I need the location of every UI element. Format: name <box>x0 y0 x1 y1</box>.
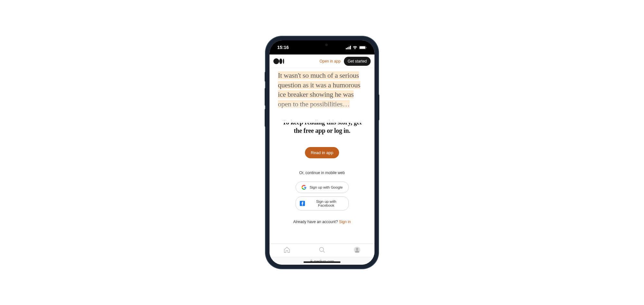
existing-account-text: Already have an account? <box>293 220 339 224</box>
svg-rect-2 <box>349 46 350 49</box>
search-icon <box>318 246 326 253</box>
svg-rect-3 <box>350 46 351 49</box>
signup-google-label: Sign up with Google <box>310 185 343 189</box>
svg-point-11 <box>319 247 324 251</box>
paywall-heading: To keep reading this story, get the free… <box>279 118 365 135</box>
bottom-tab-bar <box>270 243 374 257</box>
content-area: It wasn't so much of a serious question … <box>270 68 374 243</box>
profile-tab[interactable] <box>354 246 361 255</box>
search-tab[interactable] <box>318 246 326 255</box>
article-preview: It wasn't so much of a serious question … <box>270 68 374 112</box>
status-time: 15:16 <box>277 45 289 50</box>
signin-prompt: Already have an account? Sign in <box>279 220 365 224</box>
medium-logo-icon[interactable] <box>273 58 286 65</box>
phone-device-frame: 15:16 Open in app Get started It wasn't … <box>266 36 378 269</box>
signup-google-button[interactable]: Sign up with Google <box>296 182 349 193</box>
svg-rect-1 <box>347 47 348 49</box>
svg-rect-5 <box>360 46 365 49</box>
home-indicator[interactable] <box>304 261 341 263</box>
signup-facebook-label: Sign up with Facebook <box>308 200 345 207</box>
phone-power-button <box>378 94 379 120</box>
svg-rect-6 <box>366 47 367 48</box>
svg-point-9 <box>283 59 284 64</box>
svg-point-8 <box>279 58 282 64</box>
facebook-icon <box>300 201 305 206</box>
signin-link[interactable]: Sign in <box>339 220 351 224</box>
google-icon <box>301 185 307 190</box>
phone-mute-switch <box>265 72 266 82</box>
article-highlighted-text: It wasn't so much of a serious question … <box>278 71 366 109</box>
open-in-app-link[interactable]: Open in app <box>319 59 340 64</box>
signup-facebook-button[interactable]: Sign up with Facebook <box>296 196 349 211</box>
battery-icon <box>359 46 367 49</box>
read-in-app-button[interactable]: Read in app <box>305 147 339 158</box>
phone-volume-down <box>265 109 266 127</box>
phone-screen: 15:16 Open in app Get started It wasn't … <box>270 40 374 265</box>
phone-volume-up <box>265 88 266 106</box>
svg-rect-0 <box>346 48 347 49</box>
wifi-icon <box>353 46 357 49</box>
profile-icon <box>354 246 361 253</box>
home-tab[interactable] <box>283 246 290 255</box>
header-actions: Open in app Get started <box>319 57 371 66</box>
cellular-signal-icon <box>346 46 351 49</box>
get-started-button[interactable]: Get started <box>344 57 371 66</box>
status-icons <box>346 46 367 49</box>
home-icon <box>283 246 290 253</box>
svg-point-7 <box>273 58 279 64</box>
svg-point-14 <box>356 248 358 250</box>
phone-notch <box>301 40 343 49</box>
browser-url-bar[interactable]: medium.com <box>270 257 374 265</box>
svg-line-12 <box>323 251 325 252</box>
continue-in-web-label: Or, continue in mobile web <box>279 171 365 175</box>
paywall-section: To keep reading this story, get the free… <box>270 112 374 224</box>
app-header: Open in app Get started <box>270 54 374 68</box>
